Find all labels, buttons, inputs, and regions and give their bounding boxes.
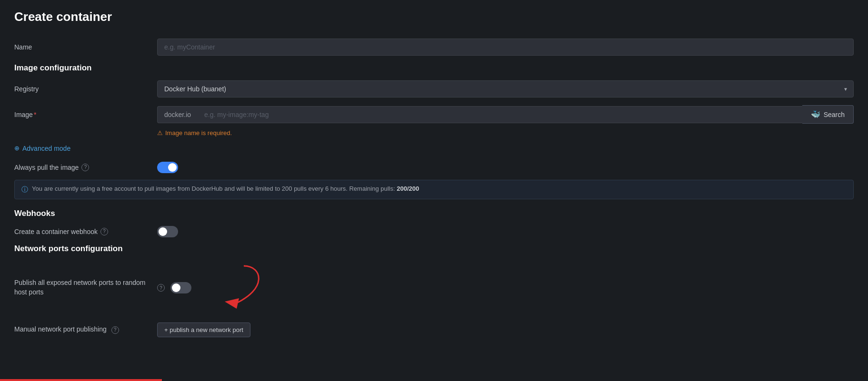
page-title: Create container [14,10,854,24]
registry-label: Registry [14,85,157,93]
whale-icon: 🐳 [811,110,820,119]
always-pull-help-icon[interactable]: ? [81,164,89,171]
red-arrow-annotation [206,261,282,313]
webhook-label: Create a container webhook ? [14,228,157,235]
bottom-progress-bar [0,379,162,381]
publish-all-help-icon[interactable]: ? [157,284,165,292]
always-pull-row: Always pull the image ? [14,162,854,173]
advanced-mode-link[interactable]: ⊕ Advanced mode [14,145,70,152]
image-input[interactable] [198,106,802,123]
manual-publish-controls: + publish a new network port [157,322,250,337]
svg-marker-0 [225,298,239,309]
search-button[interactable]: 🐳 Search [802,105,854,124]
always-pull-toggle[interactable] [157,162,178,173]
name-label: Name [14,43,157,51]
image-config-heading: Image configuration [14,63,854,73]
registry-select-wrapper: Docker Hub (buanet) Docker Hub Custom Re… [157,80,854,98]
image-prefix: docker.io [157,106,198,123]
manual-publish-help-icon[interactable]: ? [111,326,119,334]
publish-all-toggle[interactable] [170,282,191,293]
image-field: docker.io 🐳 Search [157,105,854,124]
registry-field: Docker Hub (buanet) Docker Hub Custom Re… [157,80,854,98]
image-label: Image* [14,111,157,118]
webhook-toggle[interactable] [157,226,178,237]
image-error: ⚠ Image name is required. [157,129,232,137]
publish-new-port-button[interactable]: + publish a new network port [157,322,250,337]
registry-select[interactable]: Docker Hub (buanet) Docker Hub Custom Re… [157,80,854,98]
image-input-row: docker.io 🐳 Search [157,105,854,124]
manual-publish-label: Manual network port publishing ? [14,325,157,334]
publish-all-row: Publish all exposed network ports to ran… [14,261,854,315]
annotation-container [206,261,282,315]
globe-icon: ⊕ [14,145,20,152]
name-input[interactable] [157,39,854,56]
image-row-container: Image* docker.io 🐳 Search ⚠ Image name i… [14,105,854,137]
webhook-row: Create a container webhook ? [14,226,854,237]
name-row: Name [14,39,854,56]
manual-publish-row: Manual network port publishing ? + publi… [14,322,854,337]
name-field [157,39,854,56]
webhook-help-icon[interactable]: ? [100,228,108,235]
network-ports-heading: Network ports configuration [14,244,854,254]
info-banner: ⓘ You are currently using a free account… [14,180,854,199]
publish-all-controls: ? [157,282,191,293]
info-icon: ⓘ [21,186,28,194]
always-pull-label: Always pull the image ? [14,164,157,171]
warning-icon: ⚠ [157,129,163,137]
registry-row: Registry Docker Hub (buanet) Docker Hub … [14,80,854,98]
webhooks-heading: Webhooks [14,209,854,218]
publish-all-label: Publish all exposed network ports to ran… [14,278,157,297]
